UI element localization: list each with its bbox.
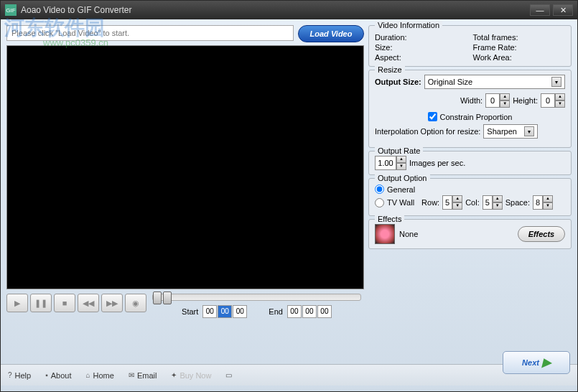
next-frame-button[interactable]: ▶▶ [101, 294, 123, 312]
effect-thumbnail [375, 224, 395, 244]
video-info-group: Video Information Duration: Total frames… [368, 25, 572, 67]
output-size-label: Output Size: [375, 78, 421, 86]
height-spinner[interactable]: ▲▼ [541, 93, 565, 108]
folder-icon: ▭ [225, 371, 232, 379]
general-label: General [387, 185, 415, 194]
end-time-input[interactable]: 00 00 00 [287, 305, 332, 318]
close-button[interactable]: ✕ [553, 4, 573, 16]
constrain-proportion-checkbox[interactable] [428, 112, 437, 121]
tvwall-label: TV Wall [387, 198, 414, 207]
row-label: Row: [421, 198, 439, 207]
output-option-group: Output Option General TV Wall Row: ▲▼ Co… [368, 178, 572, 216]
range-start-thumb[interactable] [153, 291, 162, 304]
folder-link[interactable]: ▭ [225, 371, 232, 379]
start-time-input[interactable]: 00 00 00 [202, 305, 247, 318]
col-spinner[interactable]: ▲▼ [483, 195, 503, 210]
help-link[interactable]: ?Help [8, 371, 31, 380]
about-icon: ▪ [45, 371, 48, 379]
video-preview [6, 45, 364, 289]
output-size-combo[interactable]: Original Size ▾ [424, 75, 565, 89]
arrow-right-icon: ▶ [542, 355, 551, 369]
minimize-button[interactable]: — [530, 4, 550, 16]
total-frames-label: Total frames: [473, 33, 566, 42]
output-rate-group: Output Rate ▲▼ Images per sec. [368, 151, 572, 175]
cart-icon: ✦ [171, 371, 177, 379]
start-label: Start [182, 307, 198, 316]
aspect-label: Aspect: [375, 53, 467, 62]
chevron-down-icon: ▾ [524, 126, 534, 136]
timeline-slider[interactable] [152, 294, 361, 301]
about-link[interactable]: ▪About [45, 371, 71, 380]
email-link[interactable]: ✉Email [129, 371, 157, 380]
work-area-label: Work Area: [473, 53, 566, 62]
space-label: Space: [505, 198, 530, 207]
height-label: Height: [513, 96, 538, 105]
general-radio[interactable] [375, 185, 384, 194]
footer: ?Help ▪About ⌂Home ✉Email ✦Buy Now ▭ Nex… [1, 364, 577, 386]
interpolation-combo[interactable]: Sharpen ▾ [483, 124, 538, 139]
email-icon: ✉ [129, 371, 134, 379]
video-path-input[interactable] [6, 25, 294, 41]
home-link[interactable]: ⌂Home [85, 371, 113, 380]
resize-group: Resize Output Size: Original Size ▾ Widt… [368, 70, 572, 148]
rate-unit-label: Images per sec. [409, 159, 465, 167]
window-title: Aoao Video to GIF Converter [21, 5, 530, 15]
next-button[interactable]: Next▶ [503, 351, 570, 374]
rate-spinner[interactable]: ▲▼ [375, 156, 406, 170]
chevron-down-icon: ▾ [551, 77, 561, 87]
col-label: Col: [465, 198, 480, 207]
tvwall-radio[interactable] [375, 198, 384, 207]
width-spinner[interactable]: ▲▼ [485, 93, 510, 108]
pause-button[interactable]: ❚❚ [30, 294, 52, 312]
size-label: Size: [375, 43, 467, 52]
space-spinner[interactable]: ▲▼ [533, 195, 553, 210]
end-label: End [269, 307, 283, 316]
stop-button[interactable]: ■ [54, 294, 75, 312]
snapshot-button[interactable]: ◉ [125, 294, 146, 312]
constrain-label: Constrain Proportion [440, 113, 513, 121]
load-video-button[interactable]: Load Video [298, 25, 364, 42]
effect-name: None [399, 230, 513, 238]
help-icon: ? [8, 371, 12, 379]
buynow-link[interactable]: ✦Buy Now [171, 371, 211, 380]
row-spinner[interactable]: ▲▼ [442, 195, 462, 210]
play-button[interactable]: ▶ [6, 294, 28, 312]
interpolation-label: Interpolation Option for resize: [375, 127, 480, 136]
titlebar: GIF Aoao Video to GIF Converter — ✕ [1, 1, 577, 19]
home-icon: ⌂ [85, 371, 90, 379]
width-label: Width: [460, 96, 483, 105]
effects-group: Effects None Effects [368, 219, 572, 249]
frame-rate-label: Frame Rate: [473, 43, 566, 52]
effects-button[interactable]: Effects [518, 226, 565, 242]
range-end-thumb[interactable] [163, 291, 172, 304]
duration-label: Duration: [375, 33, 467, 42]
app-icon: GIF [5, 4, 17, 16]
prev-frame-button[interactable]: ◀◀ [78, 294, 99, 312]
